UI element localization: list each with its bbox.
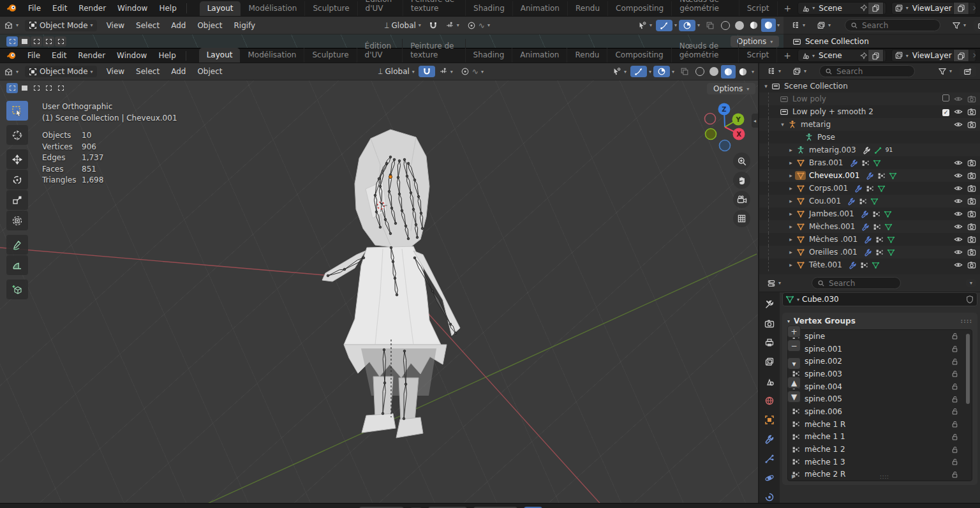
workspace-tab-peinture-de-texture[interactable]: Peinture de texture — [403, 0, 466, 16]
eye-icon[interactable] — [954, 209, 963, 218]
lock-open-icon[interactable] — [951, 382, 959, 391]
snap-target-dropdown[interactable]: ▾ — [435, 66, 457, 77]
outliner-item-scene-collection[interactable]: ▾Scene Collection — [759, 80, 980, 93]
select-mode-subtract[interactable] — [31, 83, 42, 93]
selectability-dropdown[interactable]: ▾ — [634, 20, 656, 31]
panel-drag-dots-icon[interactable]: :::: — [961, 318, 972, 324]
lock-open-icon[interactable] — [951, 395, 959, 403]
workspace-tab-script[interactable]: Script — [739, 48, 777, 63]
orientation-dropdown[interactable]: ⟘Global▾ — [374, 66, 418, 77]
vertex-group-m-che-1-1[interactable]: mèche 1 1 — [788, 431, 972, 444]
viewlayer-name[interactable]: ViewLayer — [909, 4, 953, 13]
select-mode-extend[interactable] — [19, 36, 30, 47]
viewlayer-selector[interactable]: ▾ ViewLayer ✕ — [891, 49, 976, 62]
properties-tab-tool[interactable] — [761, 299, 778, 310]
eye-icon[interactable] — [954, 222, 963, 231]
camera-view-button[interactable] — [733, 191, 750, 208]
tool-scale-button[interactable] — [6, 190, 28, 210]
menu-view[interactable]: View — [101, 21, 130, 30]
outliner-item-low-poly-smooth-2[interactable]: Low poly + smooth 2✓ — [759, 105, 980, 118]
scene-copy-button[interactable] — [868, 50, 883, 61]
viewlayer-copy-button[interactable] — [953, 3, 969, 14]
selectability-dropdown[interactable]: ▾ — [609, 66, 630, 77]
camera-icon[interactable] — [967, 171, 976, 180]
eye-icon[interactable] — [954, 184, 963, 193]
workspace-tab--dition-d-uv[interactable]: Édition d'UV — [357, 39, 403, 63]
editor-type-button[interactable]: ▾ — [0, 19, 22, 31]
list-scrollbar[interactable] — [966, 334, 970, 404]
select-mode-new[interactable] — [6, 36, 18, 47]
select-mode-extend[interactable] — [19, 83, 30, 93]
lock-open-icon[interactable] — [951, 370, 959, 378]
viewlayer-delete-button[interactable]: ✕ — [969, 50, 976, 61]
menu-window[interactable]: Window — [112, 4, 153, 13]
properties-tab-output[interactable] — [761, 338, 778, 348]
datablock-selector[interactable]: ▾ Cube.030 — [782, 292, 977, 306]
snap-toggle[interactable] — [425, 20, 442, 31]
properties-tab-view-layer[interactable] — [761, 357, 778, 368]
tool-rotate-button[interactable] — [6, 170, 28, 190]
workspace-tab-layout[interactable]: Layout — [200, 1, 241, 16]
orthographic-toggle-button[interactable] — [733, 210, 750, 227]
outliner-item-m-ches-001[interactable]: ▸Mèches.001 — [759, 220, 980, 233]
lock-open-icon[interactable] — [951, 470, 959, 479]
properties-tab-constraints[interactable] — [761, 492, 778, 503]
editor-type-button[interactable]: ▾ — [0, 66, 22, 78]
properties-tab-modifiers[interactable] — [761, 434, 778, 445]
list-resize-dots-icon[interactable]: :::: — [880, 474, 889, 480]
filter-dropdown[interactable]: ▾ — [948, 20, 970, 31]
camera-icon[interactable] — [967, 94, 976, 103]
vertex-group-m-che-1-r[interactable]: mèche 1 R — [788, 418, 972, 431]
3d-viewport[interactable]: Z Y X Options▾ User Orthographic (1) Sce… — [0, 80, 758, 503]
menu-file[interactable]: File — [22, 51, 46, 60]
outliner-item-metarig[interactable]: ▾metarig — [759, 118, 980, 131]
xray-toggle[interactable] — [676, 66, 693, 77]
editor-type-button-outliner[interactable]: ▾ — [787, 20, 809, 31]
move-group-up-button[interactable]: ▲ — [787, 377, 801, 389]
expand-chevron[interactable]: ▸ — [787, 147, 795, 153]
vertex-group-m-che-1-3[interactable]: mèche 1 3 — [788, 456, 972, 468]
workspace-tab-peinture-de-texture[interactable]: Peinture de texture — [403, 39, 465, 63]
lock-open-icon[interactable] — [951, 345, 959, 353]
vertex-group-spine-002[interactable]: spine.002 — [788, 355, 972, 368]
expand-chevron[interactable]: ▾ — [778, 121, 787, 128]
mode-dropdown[interactable]: Object Mode▾ — [25, 20, 97, 31]
collection-checkbox[interactable]: ✓ — [942, 107, 949, 116]
properties-options-dropdown[interactable]: ▾ — [966, 279, 976, 287]
snap-target-dropdown[interactable]: ▾ — [442, 20, 463, 31]
outliner-root-window1[interactable]: Scene Collection — [783, 34, 980, 48]
outliner-item-low-poly[interactable]: Low poly — [759, 93, 980, 105]
camera-icon[interactable] — [967, 222, 976, 231]
outliner-item-m-ches-001[interactable]: ▸Mèches .001 — [759, 233, 980, 246]
eye-icon[interactable] — [954, 107, 963, 116]
zoom-button[interactable] — [733, 153, 750, 170]
workspace-tab-rendu[interactable]: Rendu — [567, 48, 607, 63]
vertex-group-specials-button[interactable]: ▾ — [787, 357, 801, 370]
proportional-edit-toggle[interactable]: ∿▾ — [457, 66, 487, 77]
blender-logo-icon[interactable] — [0, 50, 22, 61]
eye-icon[interactable] — [954, 235, 963, 244]
expand-chevron[interactable]: ▸ — [787, 236, 795, 243]
overlays-toggle[interactable] — [679, 20, 695, 31]
eye-icon[interactable] — [954, 260, 963, 269]
scene-delete-button[interactable]: ✕ — [883, 3, 886, 14]
scene-delete-button[interactable]: ✕ — [883, 50, 886, 61]
tool-cursor-button[interactable] — [6, 125, 28, 145]
menu-select[interactable]: Select — [130, 67, 165, 76]
outliner-item-oreilles-001[interactable]: ▸Oreilles .001 — [759, 246, 980, 258]
tool-add-cube-button[interactable] — [6, 280, 28, 299]
display-mode-dropdown[interactable]: ▾ — [813, 20, 835, 31]
workspace-tab-n-uds-de-g-om-trie[interactable]: Nœuds de géométrie — [672, 0, 739, 16]
expand-chevron[interactable]: ▸ — [787, 211, 795, 217]
pin-icon[interactable] — [859, 52, 868, 60]
workspace-tab-sculpture[interactable]: Sculpture — [305, 1, 357, 16]
select-mode-new[interactable] — [6, 83, 18, 93]
move-group-down-button[interactable]: ▼ — [787, 391, 801, 403]
navigation-gizmo[interactable]: Z Y X — [705, 103, 745, 151]
sidebar-expand-arrow[interactable]: ◂ — [752, 114, 758, 128]
lock-open-icon[interactable] — [951, 332, 959, 340]
menu-window[interactable]: Window — [111, 51, 152, 60]
overlays-toggle[interactable] — [653, 66, 670, 77]
eye-icon[interactable] — [954, 94, 963, 103]
eye-icon[interactable] — [954, 197, 963, 205]
